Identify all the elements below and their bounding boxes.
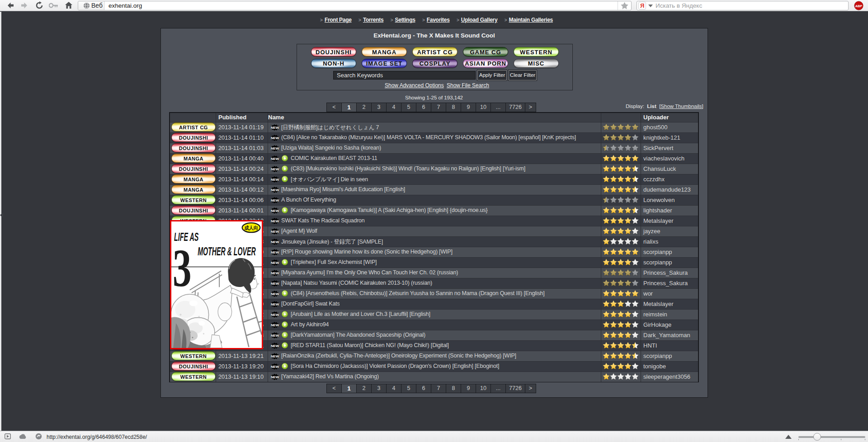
svg-text:MOTHER & LOVER: MOTHER & LOVER [198,245,256,257]
svg-text:NEW: NEW [271,146,279,150]
svg-text:NEW: NEW [271,292,279,296]
svg-text:NEW: NEW [271,344,279,348]
svg-text:NEW: NEW [271,188,279,192]
svg-text:成人向: 成人向 [244,225,258,230]
svg-text:NEW: NEW [271,230,279,234]
svg-text:ABP: ABP [855,4,863,8]
svg-text:3: 3 [173,239,192,298]
svg-text:NEW: NEW [271,126,279,130]
svg-text:NEW: NEW [271,219,279,223]
svg-text:NEW: NEW [271,136,279,140]
svg-text:NEW: NEW [271,271,279,275]
svg-text:NEW: NEW [271,157,279,161]
svg-text:NEW: NEW [271,282,279,286]
svg-text:NEW: NEW [271,261,279,265]
svg-text:NEW: NEW [271,302,279,306]
svg-text:NEW: NEW [271,365,279,369]
svg-text:NEW: NEW [271,354,279,358]
svg-text:NEW: NEW [271,323,279,327]
svg-text:NEW: NEW [271,198,279,202]
svg-text:NEW: NEW [271,250,279,254]
svg-text:NEW: NEW [271,375,279,379]
svg-text:NEW: NEW [271,178,279,182]
svg-text:NEW: NEW [271,313,279,317]
svg-text:NEW: NEW [271,209,279,213]
svg-text:NEW: NEW [271,334,279,338]
svg-text:NEW: NEW [271,240,279,244]
svg-text:NEW: NEW [271,167,279,171]
